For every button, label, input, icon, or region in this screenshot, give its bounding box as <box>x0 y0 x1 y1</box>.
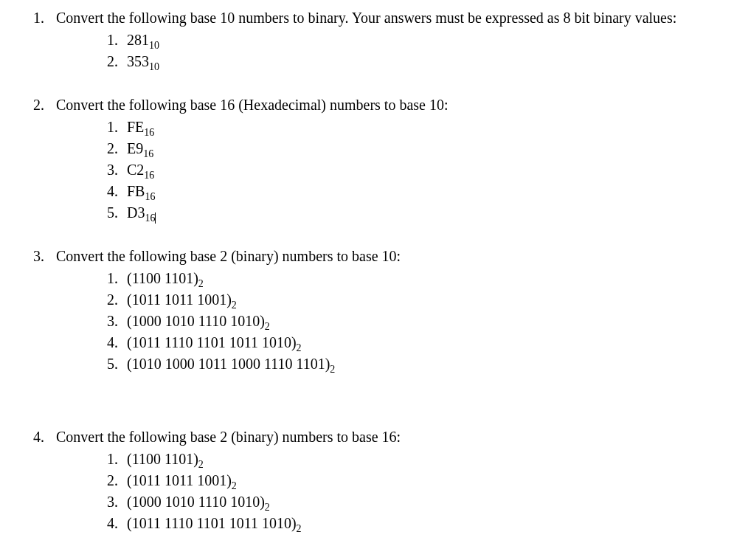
question-number: 3. <box>15 246 56 266</box>
subitem-number: 4. <box>100 513 127 533</box>
subitem-text: 28110 <box>127 30 733 50</box>
subscript: 16 <box>144 127 154 138</box>
subitem-number: 3. <box>100 491 127 512</box>
question-number: 1. <box>15 7 56 28</box>
subitem-value: 281 <box>127 32 149 48</box>
question-number: 2. <box>15 94 56 115</box>
sublist: 1. (1100 1101)2 2. (1011 1011 1001)2 3. … <box>100 449 733 533</box>
subscript: 16 <box>145 212 156 224</box>
sublist: 1. 28110 2. 35310 <box>100 30 733 72</box>
subscript: 2 <box>232 480 237 491</box>
list-item: 1. (1100 1101)2 <box>100 268 733 288</box>
subitem-number: 2. <box>100 51 127 72</box>
subitem-number: 1. <box>100 449 127 469</box>
question-number: 4. <box>15 426 56 447</box>
question-text: Convert the following base 2 (binary) nu… <box>56 246 733 266</box>
subitem-text: (1100 1101)2 <box>127 268 733 288</box>
subscript: 2 <box>297 342 302 353</box>
subitem-text: (1011 1110 1101 1011 1010)2 <box>127 332 733 353</box>
subitem-number: 2. <box>100 138 127 159</box>
question-body: Convert the following base 2 (binary) nu… <box>56 426 733 534</box>
subitem-value: (1100 1101) <box>127 270 198 286</box>
list-item: 4. (1011 1110 1101 1011 1010)2 <box>100 332 733 353</box>
question-body: Convert the following base 2 (binary) nu… <box>56 246 733 375</box>
subitem-number: 1. <box>100 117 127 137</box>
question-row: 2. Convert the following base 16 (Hexade… <box>15 94 733 224</box>
subitem-value: (1011 1011 1001) <box>127 472 232 488</box>
subitem-text: 35310 <box>127 51 733 72</box>
question-text: Convert the following base 10 numbers to… <box>56 7 733 28</box>
question-1: 1. Convert the following base 10 numbers… <box>15 7 733 72</box>
subitem-text: FE16 <box>127 117 733 137</box>
subscript: 16 <box>144 170 154 181</box>
subitem-value: (1000 1010 1110 1010) <box>127 313 265 329</box>
subitem-value: D3 <box>127 204 145 221</box>
subitem-number: 5. <box>100 353 127 374</box>
question-row: 1. Convert the following base 10 numbers… <box>15 7 733 72</box>
list-item: 2. E916 <box>100 138 733 159</box>
subscript: 16 <box>143 148 153 159</box>
subitem-text: (1100 1101)2 <box>127 449 733 469</box>
subitem-number: 2. <box>100 470 127 491</box>
sublist: 1. (1100 1101)2 2. (1011 1011 1001)2 3. … <box>100 268 733 374</box>
subitem-number: 1. <box>100 30 127 50</box>
question-3: 3. Convert the following base 2 (binary)… <box>15 246 733 375</box>
subitem-text: (1011 1110 1101 1011 1010)2 <box>127 513 733 533</box>
subitem-value: E9 <box>127 140 143 156</box>
question-row: 4. Convert the following base 2 (binary)… <box>15 426 733 534</box>
subitem-text: (1010 1000 1011 1000 1110 1101)2 <box>127 353 733 374</box>
list-item: 3. (1000 1010 1110 1010)2 <box>100 311 733 331</box>
subitem-value: FE <box>127 119 144 135</box>
list-item: 3. C216 <box>100 159 733 180</box>
subitem-number: 3. <box>100 159 127 180</box>
subitem-value: 353 <box>127 53 149 69</box>
subitem-number: 4. <box>100 332 127 353</box>
subitem-text: E916 <box>127 138 733 159</box>
subscript: 2 <box>297 523 302 534</box>
subitem-value: (1011 1110 1101 1011 1010) <box>127 515 297 531</box>
subitem-number: 1. <box>100 268 127 288</box>
subitem-value: (1000 1010 1110 1010) <box>127 494 265 510</box>
question-2: 2. Convert the following base 16 (Hexade… <box>15 94 733 224</box>
list-item: 5. (1010 1000 1011 1000 1110 1101)2 <box>100 353 733 374</box>
list-item: 1. FE16 <box>100 117 733 137</box>
question-text: Convert the following base 2 (binary) nu… <box>56 426 733 447</box>
subitem-value: C2 <box>127 162 144 178</box>
subitem-number: 2. <box>100 289 127 310</box>
subscript: 2 <box>232 300 237 311</box>
question-4: 4. Convert the following base 2 (binary)… <box>15 426 733 534</box>
subitem-number: 3. <box>100 311 127 331</box>
list-item: 1. 28110 <box>100 30 733 50</box>
list-item: 4. (1011 1110 1101 1011 1010)2 <box>100 513 733 533</box>
subitem-text: C216 <box>127 159 733 180</box>
subscript: 10 <box>149 40 159 51</box>
list-item: 3. (1000 1010 1110 1010)2 <box>100 491 733 512</box>
list-item: 2. (1011 1011 1001)2 <box>100 289 733 310</box>
question-text: Convert the following base 16 (Hexadecim… <box>56 94 733 115</box>
subitem-value: (1011 1110 1101 1011 1010) <box>127 334 297 350</box>
question-body: Convert the following base 10 numbers to… <box>56 7 733 72</box>
subitem-text: (1011 1011 1001)2 <box>127 289 733 310</box>
subscript: 16 <box>145 191 155 202</box>
subitem-text: (1000 1010 1110 1010)2 <box>127 491 733 512</box>
subscript: 2 <box>265 502 270 513</box>
subscript: 2 <box>198 459 204 470</box>
subitem-value: FB <box>127 183 145 199</box>
subitem-number: 5. <box>100 202 127 223</box>
sublist: 1. FE16 2. E916 3. C216 4. FB16 5. D31 <box>100 117 733 223</box>
subitem-number: 4. <box>100 181 127 201</box>
subitem-text: (1000 1010 1110 1010)2 <box>127 311 733 331</box>
list-item: 2. (1011 1011 1001)2 <box>100 470 733 491</box>
subscript: 10 <box>149 61 159 72</box>
list-item: 2. 35310 <box>100 51 733 72</box>
subscript: 2 <box>265 321 270 332</box>
list-item: 5. D316 <box>100 202 733 223</box>
question-row: 3. Convert the following base 2 (binary)… <box>15 246 733 375</box>
list-item: 4. FB16 <box>100 181 733 201</box>
subitem-value: (1100 1101) <box>127 451 198 467</box>
subitem-value: (1010 1000 1011 1000 1110 1101) <box>127 356 330 372</box>
question-body: Convert the following base 16 (Hexadecim… <box>56 94 733 224</box>
subitem-text: (1011 1011 1001)2 <box>127 470 733 491</box>
subitem-text: D316 <box>127 202 733 223</box>
subitem-text: FB16 <box>127 181 733 201</box>
